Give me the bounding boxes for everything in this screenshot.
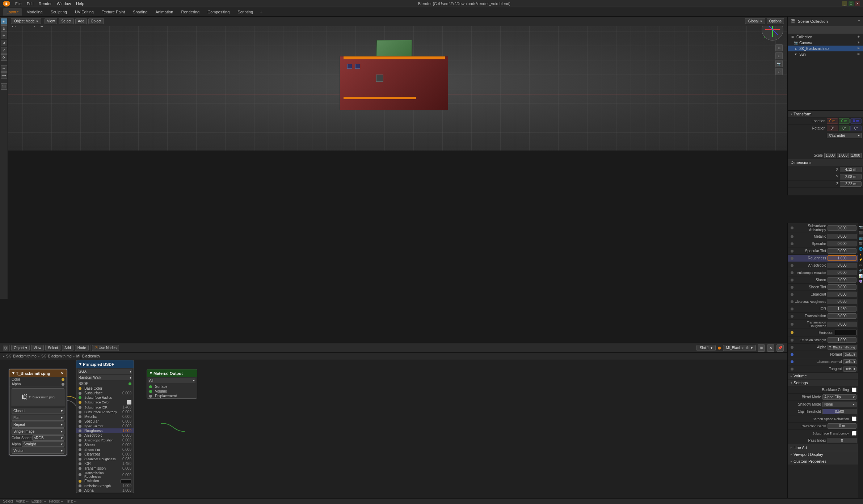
image-texture-node[interactable]: ▾ T_Blacksmith.png ✕ Color Alpha 🖼 T_Bla… <box>9 369 67 456</box>
menu-render[interactable]: Render <box>37 1 54 7</box>
breadcrumb-item3[interactable]: Ml_Blacksmith <box>76 354 100 358</box>
tab-modeling[interactable]: Modeling <box>23 8 46 16</box>
tab-sculpting[interactable]: Sculpting <box>47 8 71 16</box>
add-menu[interactable]: Add <box>75 18 87 24</box>
material-dropdown[interactable]: Ml_Blacksmith ▾ <box>723 345 756 351</box>
use-nodes-checkbox[interactable]: ☑ Use Nodes <box>92 345 119 351</box>
location-x[interactable]: 0 m <box>827 118 838 124</box>
ne-add-menu[interactable]: Add <box>62 345 73 351</box>
prop-tab-particles[interactable]: ⚡ <box>858 257 863 262</box>
anisotrot-mat-value[interactable]: 0.000 <box>828 270 856 275</box>
zoom-out-button[interactable]: ⊖ <box>775 52 783 59</box>
slot-dropdown[interactable]: Slot 1 ▾ <box>696 345 716 351</box>
lineart-header[interactable]: ▸ Line Art <box>788 444 858 451</box>
texture-collapse-arrow[interactable]: ▾ <box>12 371 14 376</box>
bsdf-collapse-arrow[interactable]: ▾ <box>79 362 81 367</box>
distribution-dropdown[interactable]: GGX ▾ <box>78 369 132 374</box>
annotate-button[interactable]: ✏ <box>1 65 7 72</box>
rotation-x[interactable]: 0° <box>827 126 838 131</box>
node-canvas[interactable]: ▾ T_Blacksmith.png ✕ Color Alpha 🖼 T_Bla… <box>0 360 787 504</box>
outliner-item-camera[interactable]: 📷 Camera 👁 <box>788 40 863 46</box>
options-button[interactable]: Options <box>767 18 784 24</box>
mesh-visibility[interactable]: 👁 <box>857 47 860 50</box>
ior-mat-value[interactable]: 1.450 <box>828 306 856 312</box>
screenrefraction-checkbox[interactable] <box>852 416 856 421</box>
camera-button[interactable]: 📷 <box>775 60 783 67</box>
breadcrumb-item1[interactable]: SK_Blacksmith.mo <box>6 354 37 358</box>
outliner-search-input[interactable] <box>788 26 863 34</box>
select-tool-button[interactable]: ◈ <box>1 18 7 25</box>
settings-header[interactable]: ▾ Settings <box>788 380 858 386</box>
outliner-item-collection[interactable]: ⊞ Collection 👁 <box>788 34 863 40</box>
tab-shading[interactable]: Shading <box>129 8 151 16</box>
ne-view-menu[interactable]: View <box>31 345 44 351</box>
cursor-tool-button[interactable]: ⊕ <box>1 25 7 32</box>
alpha-mat-value[interactable]: T_Blacksmith.png <box>828 345 856 350</box>
ne-copy-button[interactable]: ⊞ <box>758 344 765 352</box>
customprops-header[interactable]: ▸ Custom Properties <box>788 458 858 465</box>
menu-help[interactable]: Help <box>74 1 87 7</box>
prop-tab-data[interactable]: 📊 <box>858 274 863 279</box>
ne-delete-button[interactable]: ✕ <box>767 344 774 352</box>
anisotropic-mat-value[interactable]: 0.000 <box>828 263 856 268</box>
close-button[interactable]: ✕ <box>855 1 860 6</box>
scale-x[interactable]: 1.000 <box>824 153 836 158</box>
menu-file[interactable]: File <box>13 1 24 7</box>
principled-bsdf-node[interactable]: ▾ Principled BSDF GGX ▾ Random Walk ▾ BS… <box>76 360 134 493</box>
volume-header[interactable]: ▸ Volume <box>788 373 858 380</box>
blendmode-dropdown[interactable]: Alpha Clip ▾ <box>822 394 856 400</box>
tangent-mat-value[interactable]: Default <box>843 367 856 372</box>
transmission-mat-value[interactable]: 0.000 <box>828 313 856 319</box>
emissionstr-mat-value[interactable]: 1.000 <box>828 337 856 343</box>
prop-tab-output[interactable]: ⬛ <box>858 230 863 235</box>
transmissionr-mat-value[interactable]: 0.000 <box>828 322 856 327</box>
ne-select-menu[interactable]: Select <box>45 345 60 351</box>
tab-animation[interactable]: Animation <box>152 8 177 16</box>
prop-tab-material[interactable]: 🔮 <box>858 279 863 284</box>
object-type-dropdown[interactable]: Object ▾ <box>11 345 30 351</box>
select-menu[interactable]: Select <box>59 18 74 24</box>
clipthreshold-value[interactable]: 0.500 <box>822 409 856 414</box>
focus-button[interactable]: ⊙ <box>775 68 783 75</box>
prop-tab-object[interactable]: ▴ <box>858 252 863 257</box>
sst-checkbox[interactable] <box>852 431 856 436</box>
dim-x-value[interactable]: 4.12 m <box>840 167 862 172</box>
sun-visibility[interactable]: 👁 <box>857 52 860 56</box>
scale-y[interactable]: 1.000 <box>837 153 849 158</box>
speculartint-value[interactable]: 0.000 <box>828 248 856 254</box>
location-y[interactable]: 0 m <box>839 118 850 124</box>
prop-tab-world[interactable]: 🌐 <box>858 246 863 251</box>
outliner-filter-icon[interactable]: ≡ <box>858 19 860 23</box>
prop-tab-scene[interactable]: 🎬 <box>858 241 863 246</box>
global-dropdown[interactable]: Global ▾ <box>745 18 765 24</box>
interpolation-dropdown[interactable]: Closest▾ <box>12 408 64 414</box>
breadcrumb-item2[interactable]: SK_Blacksmith.md <box>41 354 72 358</box>
ne-pin-button[interactable]: 📌 <box>776 344 784 352</box>
passindex-value[interactable]: 0 <box>828 438 856 443</box>
viewportdisplay-header[interactable]: ▸ Viewport Display <box>788 451 858 458</box>
sheen-mat-value[interactable]: 0.000 <box>828 277 856 283</box>
tab-compositing[interactable]: Compositing <box>204 8 233 16</box>
output-collapse-arrow[interactable]: ▾ <box>150 371 152 376</box>
clearcoat-mat-value[interactable]: 0.000 <box>828 292 856 297</box>
maximize-button[interactable]: □ <box>849 1 854 6</box>
roughness-mat-value[interactable]: 1.000 <box>828 255 856 261</box>
tab-uv-editing[interactable]: UV Editing <box>71 8 97 16</box>
rotation-y[interactable]: 0° <box>839 126 850 131</box>
viewport-3d[interactable]: User Perspective (1) Collection | SK_Bla… <box>8 17 787 151</box>
clearcoatnormal-mat-value[interactable]: Default <box>843 359 856 364</box>
shadowmode-dropdown[interactable]: None ▾ <box>822 402 856 407</box>
material-output-node[interactable]: ▾ Material Output All ▾ Surface Volume D… <box>147 369 197 399</box>
extension-dropdown[interactable]: Repeat▾ <box>12 422 64 428</box>
zoom-in-button[interactable]: ⊕ <box>775 44 783 51</box>
object-menu[interactable]: Object <box>88 18 104 24</box>
measure-button[interactable]: ⟺ <box>1 72 7 79</box>
tab-rendering[interactable]: Rendering <box>177 8 203 16</box>
euler-dropdown[interactable]: XYZ Euler ▾ <box>827 133 862 138</box>
alpha-dropdown[interactable]: Straight ▾ <box>22 441 64 447</box>
subsurfaniso-value[interactable]: 0.000 <box>828 225 856 231</box>
vector-dropdown[interactable]: Vector▾ <box>12 448 64 454</box>
texture-close-btn[interactable]: ✕ <box>61 372 64 375</box>
refractiondepth-value[interactable]: 0 m <box>828 423 856 429</box>
transform-header[interactable]: ▾ Transform <box>788 111 863 118</box>
